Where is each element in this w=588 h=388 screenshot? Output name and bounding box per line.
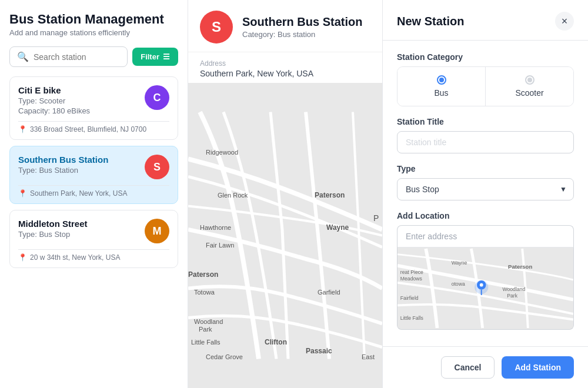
svg-text:Paterson: Paterson [315, 191, 345, 199]
station-category-section: Station Category Bus Scooter [397, 52, 574, 106]
svg-text:Fairfield: Fairfield [400, 295, 419, 301]
mini-map: reat Piece Meadows Fairfield Wayne Pater… [397, 247, 574, 330]
type-section: Type Bus Stop Bus Station Scooter Stop ▼ [397, 164, 574, 200]
avatar: S [145, 155, 169, 179]
svg-text:P: P [373, 213, 379, 223]
detail-address-value: Southern Park, New York, USA [200, 69, 370, 78]
station-name: Middleton Street [18, 219, 145, 229]
filter-button[interactable]: Filter ☰ [132, 48, 178, 66]
station-type: Type: Scooter [18, 96, 145, 105]
left-panel: Bus Station Management Add and manage st… [0, 0, 188, 388]
svg-text:Wayne: Wayne [452, 260, 467, 266]
station-title-label: Station Title [397, 117, 574, 126]
station-address: 📍 20 w 34th st, New York, USA [18, 253, 169, 262]
svg-point-30 [480, 283, 483, 287]
modal-title: New Station [397, 15, 464, 28]
station-type: Type: Bus Station [18, 166, 145, 175]
svg-text:Little Falls: Little Falls [400, 315, 424, 321]
type-select-wrap: Bus Stop Bus Station Scooter Stop ▼ [397, 178, 574, 200]
station-address: 📍 336 Broad Street, Blumfield, NJ 0700 [18, 125, 169, 133]
station-capacity: Capacity: 180 eBikes [18, 106, 145, 115]
detail-avatar: S [200, 11, 233, 44]
scooter-radio[interactable] [525, 75, 534, 85]
close-button[interactable]: × [555, 12, 574, 31]
cancel-button[interactable]: Cancel [441, 356, 495, 379]
avatar: C [145, 85, 169, 110]
station-list: Citi E bike Type: Scooter Capacity: 180 … [9, 76, 178, 268]
location-section: Add Location reat Piece Meadows Fairf [397, 211, 574, 330]
station-card-citi[interactable]: Citi E bike Type: Scooter Capacity: 180 … [9, 76, 178, 140]
svg-text:East: East [362, 353, 375, 360]
filter-icon: ☰ [163, 52, 170, 61]
search-input-wrap[interactable]: 🔍 [9, 46, 128, 67]
page-subtitle: Add and manage stations efficiently [9, 28, 178, 37]
map-area: Ridgewood Glen Rock Hawthorne Fair Lawn … [188, 83, 382, 388]
svg-text:Woodland: Woodland [194, 318, 223, 325]
svg-text:Clifton: Clifton [265, 338, 287, 346]
station-address: 📍 Southern Park, New York, USA [18, 189, 169, 198]
map-svg: Ridgewood Glen Rock Hawthorne Fair Lawn … [188, 83, 382, 388]
type-label: Type [397, 164, 574, 173]
modal-footer: Cancel Add Station [383, 346, 588, 388]
svg-text:Passaic: Passaic [306, 347, 332, 355]
detail-address-label: Address [200, 59, 370, 68]
station-name: Citi E bike [18, 85, 145, 95]
search-row: 🔍 Filter ☰ [9, 46, 178, 67]
address-input[interactable] [397, 225, 574, 247]
svg-text:Park: Park [199, 326, 212, 333]
avatar: M [145, 219, 169, 243]
detail-address-section: Address Southern Park, New York, USA [188, 52, 382, 83]
station-name: Southern Bus Station [18, 155, 145, 165]
station-title-input[interactable] [397, 131, 574, 153]
svg-text:Paterson: Paterson [188, 270, 218, 279]
bus-radio[interactable] [437, 75, 446, 85]
svg-text:Fair Lawn: Fair Lawn [206, 242, 234, 249]
category-group: Bus Scooter [397, 66, 574, 106]
category-option-bus[interactable]: Bus [397, 67, 486, 106]
category-label: Station Category [397, 52, 574, 62]
modal-header: New Station × [383, 0, 588, 41]
detail-category: Category: Bus station [242, 30, 362, 39]
detail-header: S Southern Bus Station Category: Bus sta… [188, 0, 382, 52]
svg-text:Park: Park [507, 293, 517, 299]
svg-text:Meadows: Meadows [400, 276, 423, 282]
svg-text:Garfield: Garfield [318, 289, 340, 296]
svg-text:Totowa: Totowa [194, 289, 215, 296]
new-station-modal: New Station × Station Category Bus Scoot… [382, 0, 588, 388]
modal-body: Station Category Bus Scooter Station Tit… [383, 41, 588, 346]
svg-text:otowa: otowa [452, 281, 465, 287]
pin-icon: 📍 [18, 125, 27, 133]
category-option-scooter[interactable]: Scooter [486, 67, 573, 106]
pin-icon: 📍 [18, 253, 27, 262]
filter-label: Filter [141, 52, 159, 61]
scooter-label: Scooter [515, 88, 543, 98]
page-header: Bus Station Management Add and manage st… [9, 12, 178, 37]
svg-text:Paterson: Paterson [508, 263, 532, 270]
station-card-southern[interactable]: Southern Bus Station Type: Bus Station S… [9, 146, 178, 204]
middle-panel: S Southern Bus Station Category: Bus sta… [188, 0, 382, 388]
svg-text:Cedar Grove: Cedar Grove [206, 353, 243, 360]
detail-info: Southern Bus Station Category: Bus stati… [242, 15, 362, 39]
add-station-button[interactable]: Add Station [502, 356, 574, 379]
svg-text:Ridgewood: Ridgewood [206, 149, 238, 156]
station-card-middleton[interactable]: Middleton Street Type: Bus Stop M 📍 20 w… [9, 210, 178, 268]
svg-text:Glen Rock: Glen Rock [218, 192, 248, 199]
station-type: Type: Bus Stop [18, 230, 145, 239]
detail-name: Southern Bus Station [242, 15, 362, 29]
station-title-section: Station Title [397, 117, 574, 153]
svg-text:reat Piece: reat Piece [400, 269, 423, 275]
search-icon: 🔍 [17, 51, 29, 62]
svg-text:Wayne: Wayne [326, 223, 349, 232]
search-input[interactable] [34, 52, 120, 62]
pin-icon: 📍 [18, 189, 27, 198]
type-select[interactable]: Bus Stop Bus Station Scooter Stop [397, 178, 574, 200]
svg-text:Woodland: Woodland [502, 286, 525, 292]
location-label: Add Location [397, 211, 574, 220]
bus-label: Bus [434, 88, 448, 98]
page-title: Bus Station Management [9, 12, 178, 27]
svg-text:Hawthorne: Hawthorne [200, 224, 231, 231]
svg-text:Little Falls: Little Falls [191, 339, 220, 346]
